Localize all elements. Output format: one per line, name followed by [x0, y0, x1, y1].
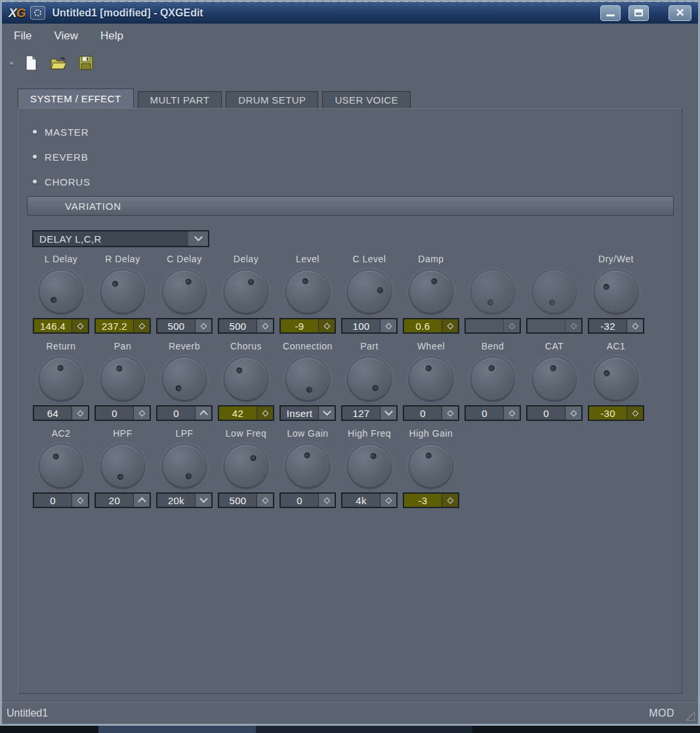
titlebar[interactable]: XG Untitled1 [modified] - QXGEdit ✕	[2, 2, 698, 24]
param-value-c-delay[interactable]: 500	[157, 319, 195, 332]
spinbox-damp[interactable]: 0.6	[403, 318, 459, 334]
save-file-button[interactable]	[75, 52, 97, 73]
spinbox-high-freq[interactable]: 4k	[341, 492, 398, 508]
spin-buttons-reverb[interactable]	[195, 406, 211, 420]
knob-connection[interactable]	[287, 358, 329, 400]
param-value-low-gain[interactable]: 0	[281, 494, 318, 507]
spin-buttons-high-gain[interactable]	[442, 494, 458, 507]
spin-buttons-cat[interactable]	[565, 406, 581, 420]
menu-help[interactable]: Help	[100, 30, 123, 43]
spinbox-dry-wet[interactable]: -32	[588, 318, 644, 334]
knob-r-delay[interactable]	[102, 271, 144, 313]
param-value-chorus[interactable]: 42	[219, 406, 257, 420]
param-value-c-level[interactable]: 100	[342, 319, 380, 332]
spinbox-return[interactable]: 64	[33, 405, 89, 421]
knob-chorus[interactable]	[225, 358, 267, 400]
tab-drum-setup[interactable]: DRUM SETUP	[226, 91, 318, 108]
dropdown-button-connection[interactable]	[318, 406, 335, 420]
spinbox-delay[interactable]: 500	[218, 318, 274, 334]
knob-high-gain[interactable]	[410, 445, 452, 487]
spin-buttons-ac1[interactable]	[627, 406, 643, 420]
knob-level[interactable]	[287, 271, 329, 313]
param-value-wheel[interactable]: 0	[404, 406, 442, 420]
tab-system-effect[interactable]: SYSTEM / EFFECT	[18, 89, 134, 108]
spinbox-reverb[interactable]: 0	[156, 405, 213, 421]
spinbox-lpf[interactable]: 20k	[156, 492, 213, 508]
knob-pan[interactable]	[102, 358, 144, 400]
param-value-level[interactable]: -9	[281, 319, 318, 332]
param-value-ac1[interactable]: -30	[589, 406, 627, 420]
section-master[interactable]: MASTER	[33, 125, 89, 139]
new-file-button[interactable]	[20, 52, 42, 73]
spin-buttons-delay[interactable]	[257, 319, 273, 332]
spin-buttons-c-delay[interactable]	[195, 319, 211, 332]
knob-return[interactable]	[40, 358, 82, 400]
spinbox-wheel[interactable]: 0	[403, 405, 459, 421]
knob-l-delay[interactable]	[40, 271, 82, 313]
knob-bend[interactable]	[472, 358, 514, 400]
knob-hpf[interactable]	[102, 445, 144, 487]
spin-buttons-c-level[interactable]	[380, 319, 396, 332]
param-value-delay[interactable]: 500	[219, 319, 257, 332]
spinbox-c-delay[interactable]: 500	[156, 318, 213, 334]
param-value-dry-wet[interactable]: -32	[589, 319, 627, 332]
param-value-damp[interactable]: 0.6	[404, 319, 442, 332]
combobox-connection[interactable]: Insert	[279, 405, 336, 421]
param-value-r-delay[interactable]: 237.2	[96, 319, 133, 332]
spin-buttons-low-gain[interactable]	[318, 494, 335, 507]
toolbar-handle[interactable]	[10, 62, 13, 65]
spinbox-bend[interactable]: 0	[464, 405, 521, 421]
knob-low-gain[interactable]	[287, 445, 329, 487]
knob-damp[interactable]	[410, 271, 452, 313]
spin-buttons-pan[interactable]	[133, 406, 150, 420]
spin-buttons-l-delay[interactable]	[72, 319, 88, 332]
effect-type-combobox[interactable]: DELAY L,C,R	[32, 230, 209, 247]
section-variation[interactable]: VARIATION	[27, 196, 674, 216]
section-reverb[interactable]: REVERB	[33, 149, 89, 164]
param-value-bend[interactable]: 0	[466, 406, 503, 420]
spin-buttons-lpf[interactable]	[195, 494, 211, 507]
spin-buttons-return[interactable]	[72, 406, 88, 420]
menu-file[interactable]: File	[14, 30, 31, 43]
spinbox-l-delay[interactable]: 146.4	[33, 318, 89, 334]
knob-high-freq[interactable]	[348, 445, 390, 487]
knob-c-level[interactable]	[348, 271, 390, 313]
param-value-cat[interactable]: 0	[527, 406, 565, 420]
knob-wheel[interactable]	[410, 358, 452, 400]
param-value-ac2[interactable]: 0	[34, 494, 72, 507]
spinbox-ac1[interactable]: -30	[588, 405, 644, 421]
spinbox-chorus[interactable]: 42	[218, 405, 274, 421]
param-value-connection[interactable]: Insert	[281, 406, 318, 420]
knob-ac2[interactable]	[40, 445, 82, 487]
window-menu-button[interactable]	[30, 6, 45, 20]
spin-buttons-chorus[interactable]	[257, 406, 273, 420]
spin-buttons-ac2[interactable]	[72, 494, 88, 507]
knob-ac1[interactable]	[595, 358, 637, 400]
spin-buttons-wheel[interactable]	[442, 406, 458, 420]
knob-low-freq[interactable]	[225, 445, 267, 487]
param-value-return[interactable]: 64	[34, 406, 72, 420]
knob-reverb[interactable]	[163, 358, 205, 400]
spinbox-hpf[interactable]: 20	[94, 492, 151, 508]
tab-user-voice[interactable]: USER VOICE	[322, 91, 411, 108]
resize-grip[interactable]	[686, 711, 695, 721]
param-value-part[interactable]: 127	[342, 406, 380, 420]
param-value-pan[interactable]: 0	[96, 406, 133, 420]
spin-buttons-bend[interactable]	[503, 406, 520, 420]
spin-buttons-damp[interactable]	[442, 319, 458, 332]
knob-c-delay[interactable]	[163, 271, 205, 313]
spinbox-ac2[interactable]: 0	[33, 492, 89, 508]
knob-dry-wet[interactable]	[595, 271, 637, 313]
param-value-lpf[interactable]: 20k	[157, 494, 195, 507]
spin-buttons-hpf[interactable]	[133, 494, 150, 507]
tab-multi-part[interactable]: MULTI PART	[138, 91, 222, 108]
spinbox-cat[interactable]: 0	[526, 405, 583, 421]
spin-buttons-level[interactable]	[318, 319, 335, 332]
spinbox-pan[interactable]: 0	[94, 405, 151, 421]
spinbox-level[interactable]: -9	[279, 318, 336, 334]
param-value-reverb[interactable]: 0	[157, 406, 195, 420]
spinbox-c-level[interactable]: 100	[341, 318, 398, 334]
spinbox-low-freq[interactable]: 500	[218, 492, 274, 508]
maximize-button[interactable]	[628, 5, 649, 21]
knob-cat[interactable]	[533, 358, 575, 400]
